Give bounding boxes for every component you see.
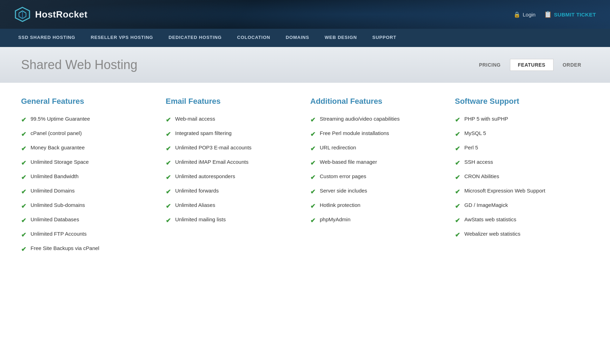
nav-item-web-design[interactable]: WEB DESIGN <box>317 29 365 47</box>
feature-list-2: ✔Streaming audio/video capabilities✔Free… <box>310 116 444 224</box>
nav-item-domains[interactable]: DOMAINS <box>278 29 317 47</box>
nav-item-ssd-shared-hosting[interactable]: SSD SHARED HOSTING <box>11 29 83 47</box>
feature-label: Unlimited FTP Accounts <box>31 231 87 237</box>
feature-label: Web-based file manager <box>320 159 377 165</box>
feature-label: Hotlink protection <box>320 202 360 208</box>
feature-label: Webalizer web statistics <box>464 231 521 237</box>
list-item: ✔Unlimited POP3 E-mail accounts <box>166 144 300 153</box>
list-item: ✔Unlimited Bandwidth <box>21 173 155 181</box>
feature-label: Free Perl module installations <box>320 130 389 136</box>
feature-label: URL redirection <box>320 144 356 150</box>
check-icon: ✔ <box>455 188 460 196</box>
check-icon: ✔ <box>455 231 460 239</box>
list-item: ✔Free Perl module installations <box>310 130 444 138</box>
feature-label: Unlimited iMAP Email Accounts <box>175 159 248 165</box>
tab-features[interactable]: FEATURES <box>510 59 553 71</box>
check-icon: ✔ <box>21 116 26 124</box>
feature-label: Unlimited Aliases <box>175 202 215 208</box>
check-icon: ✔ <box>21 217 26 224</box>
check-icon: ✔ <box>455 130 460 138</box>
submit-ticket-button[interactable]: 📋 SUBMIT TICKET <box>544 11 596 18</box>
list-item: ✔cPanel (control panel) <box>21 130 155 138</box>
column-heading-1: Email Features <box>166 97 300 106</box>
list-item: ✔Integrated spam filtering <box>166 130 300 138</box>
feature-column-3: Software Support✔PHP 5 with suPHP✔MySQL … <box>455 97 589 259</box>
check-icon: ✔ <box>455 202 460 210</box>
tab-order[interactable]: ORDER <box>555 59 589 70</box>
check-icon: ✔ <box>310 159 316 167</box>
check-icon: ✔ <box>310 145 316 153</box>
feature-label: CRON Abilities <box>464 173 499 179</box>
check-icon: ✔ <box>166 174 171 181</box>
check-icon: ✔ <box>310 217 316 224</box>
check-icon: ✔ <box>166 130 171 138</box>
check-icon: ✔ <box>166 159 171 167</box>
check-icon: ✔ <box>310 116 316 124</box>
list-item: ✔Money Back guarantee <box>21 144 155 153</box>
check-icon: ✔ <box>21 174 26 181</box>
list-item: ✔Unlimited Storage Space <box>21 159 155 167</box>
feature-label: Free Site Backups via cPanel <box>31 245 99 251</box>
login-label: Login <box>523 12 536 18</box>
list-item: ✔SSH access <box>455 159 589 167</box>
check-icon: ✔ <box>21 188 26 196</box>
list-item: ✔Unlimited Sub-domains <box>21 202 155 210</box>
list-item: ✔Unlimited Domains <box>21 188 155 196</box>
check-icon: ✔ <box>21 202 26 210</box>
nav-item-support[interactable]: SUPPORT <box>365 29 404 47</box>
logo-text: HostRocket <box>35 9 87 20</box>
submit-ticket-label: SUBMIT TICKET <box>554 12 596 18</box>
check-icon: ✔ <box>21 245 26 253</box>
tab-pricing[interactable]: PRICING <box>471 59 509 70</box>
page-header: Shared Web Hosting PRICINGFEATURESORDER <box>0 47 610 83</box>
feature-label: MySQL 5 <box>464 130 486 136</box>
lock-icon: 🔒 <box>513 11 521 18</box>
feature-label: GD / ImageMagick <box>464 202 508 208</box>
feature-label: 99.5% Uptime Guarantee <box>31 116 90 122</box>
list-item: ✔Unlimited iMAP Email Accounts <box>166 159 300 167</box>
list-item: ✔Microsoft Expression Web Support <box>455 188 589 196</box>
column-heading-0: General Features <box>21 97 155 106</box>
list-item: ✔Web-based file manager <box>310 159 444 167</box>
feature-label: Unlimited Sub-domains <box>31 202 85 208</box>
check-icon: ✔ <box>21 145 26 153</box>
list-item: ✔Web-mail access <box>166 116 300 124</box>
list-item: ✔CRON Abilities <box>455 173 589 181</box>
page-title: Shared Web Hosting <box>21 58 138 72</box>
nav-item-dedicated-hosting[interactable]: DEDICATED HOSTING <box>161 29 229 47</box>
feature-label: Unlimited Bandwidth <box>31 173 79 179</box>
ticket-icon: 📋 <box>544 11 552 18</box>
column-heading-3: Software Support <box>455 97 589 106</box>
site-header: HostRocket 🔒 Login 📋 SUBMIT TICKET <box>0 0 610 29</box>
list-item: ✔Unlimited FTP Accounts <box>21 231 155 239</box>
nav-item-reseller-vps-hosting[interactable]: RESELLER VPS HOSTING <box>83 29 161 47</box>
main-nav: SSD SHARED HOSTINGRESELLER VPS HOSTINGDE… <box>0 29 610 47</box>
column-heading-2: Additional Features <box>310 97 444 106</box>
logo-icon <box>14 6 31 23</box>
check-icon: ✔ <box>21 159 26 167</box>
features-grid: General Features✔99.5% Uptime Guarantee✔… <box>21 97 589 259</box>
list-item: ✔PHP 5 with suPHP <box>455 116 589 124</box>
check-icon: ✔ <box>310 202 316 210</box>
list-item: ✔Free Site Backups via cPanel <box>21 245 155 253</box>
check-icon: ✔ <box>21 130 26 138</box>
feature-label: Server side includes <box>320 188 367 194</box>
main-content: General Features✔99.5% Uptime Guarantee✔… <box>0 83 610 274</box>
feature-label: Integrated spam filtering <box>175 130 232 136</box>
check-icon: ✔ <box>166 116 171 124</box>
nav-item-colocation[interactable]: COLOCATION <box>230 29 278 47</box>
feature-label: Streaming audio/video capabilities <box>320 116 400 122</box>
list-item: ✔Unlimited Aliases <box>166 202 300 210</box>
login-button[interactable]: 🔒 Login <box>513 11 536 18</box>
list-item: ✔Custom error pages <box>310 173 444 181</box>
list-item: ✔Webalizer web statistics <box>455 231 589 239</box>
feature-label: Unlimited autoresponders <box>175 173 235 179</box>
check-icon: ✔ <box>166 217 171 224</box>
feature-label: Unlimited Databases <box>31 216 79 222</box>
feature-label: SSH access <box>464 159 493 165</box>
feature-label: Web-mail access <box>175 116 215 122</box>
feature-column-0: General Features✔99.5% Uptime Guarantee✔… <box>21 97 155 259</box>
check-icon: ✔ <box>455 159 460 167</box>
check-icon: ✔ <box>455 145 460 153</box>
list-item: ✔GD / ImageMagick <box>455 202 589 210</box>
